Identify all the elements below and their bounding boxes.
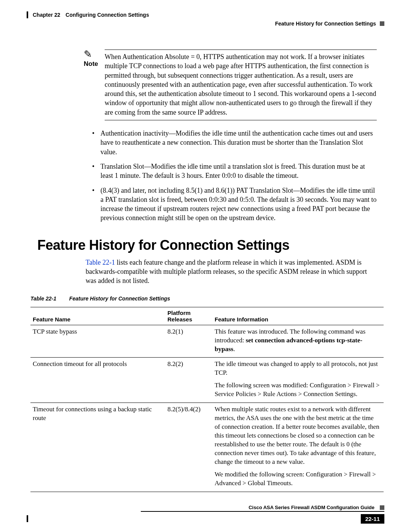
- table-caption-title: Feature History for Connection Settings: [69, 296, 170, 302]
- footer-left-bar: [27, 515, 28, 522]
- footer-square-icon: [380, 505, 384, 510]
- table-row: Timeout for connections using a backup s…: [30, 403, 384, 492]
- cell-feature-name: TCP state bypass: [30, 325, 165, 358]
- table-row: TCP state bypass 8.2(1) This feature was…: [30, 325, 384, 358]
- page-footer: Cisco ASA Series Firewall ASDM Configura…: [141, 505, 384, 524]
- col-header-info: Feature Information: [212, 307, 384, 325]
- intro-text: lists each feature change and the platfo…: [86, 259, 367, 285]
- section-breadcrumb: Feature History for Connection Settings: [275, 21, 376, 27]
- header-left-bar: [27, 11, 28, 18]
- running-header-left: Chapter 22 Configuring Connection Settin…: [27, 11, 384, 18]
- table-caption: Table 22-1 Feature History for Connectio…: [30, 296, 384, 302]
- table-caption-number: Table 22-1: [30, 296, 56, 302]
- col-header-releases: Platform Releases: [165, 307, 212, 325]
- cell-info: The idle timeout was changed to apply to…: [212, 358, 384, 403]
- note-body: When Authentication Absolute = 0, HTTPS …: [105, 50, 377, 120]
- note-block: ✎ Note When Authentication Absolute = 0,…: [84, 50, 377, 120]
- cell-release: 8.2(5)/8.4(2): [165, 403, 212, 492]
- note-label: Note: [84, 60, 98, 67]
- cell-release: 8.2(1): [165, 325, 212, 358]
- footer-guide-title: Cisco ASA Series Firewall ASDM Configura…: [249, 505, 374, 510]
- intro-paragraph: Table 22-1 lists each feature change and…: [86, 258, 377, 286]
- col-header-name: Feature Name: [30, 307, 165, 325]
- list-item: (8.4(3) and later, not including 8.5(1) …: [91, 186, 377, 223]
- cell-info: When multiple static routes exist to a n…: [212, 403, 384, 492]
- cell-feature-name: Connection timeout for all protocols: [30, 358, 165, 403]
- chapter-title: Configuring Connection Settings: [65, 12, 149, 18]
- cell-release: 8.2(2): [165, 358, 212, 403]
- page-number: 22-11: [361, 514, 384, 524]
- chapter-number: Chapter 22: [33, 12, 60, 18]
- list-item: Translation Slot—Modifies the idle time …: [91, 162, 377, 181]
- cell-feature-name: Timeout for connections using a backup s…: [30, 403, 165, 492]
- cell-info: This feature was introduced. The followi…: [212, 325, 384, 358]
- pencil-icon: ✎: [84, 50, 105, 59]
- page: Chapter 22 Configuring Connection Settin…: [0, 0, 411, 532]
- bullet-list: Authentication inactivity—Modifies the i…: [91, 129, 377, 223]
- header-square-icon: [380, 21, 384, 26]
- table-cross-ref-link[interactable]: Table 22-1: [86, 259, 115, 266]
- feature-history-table: Feature Name Platform Releases Feature I…: [30, 307, 384, 492]
- list-item: Authentication inactivity—Modifies the i…: [91, 129, 377, 157]
- section-heading: Feature History for Connection Settings: [37, 237, 384, 253]
- table-row: Connection timeout for all protocols 8.2…: [30, 358, 384, 403]
- running-header-right: Feature History for Connection Settings: [27, 21, 384, 27]
